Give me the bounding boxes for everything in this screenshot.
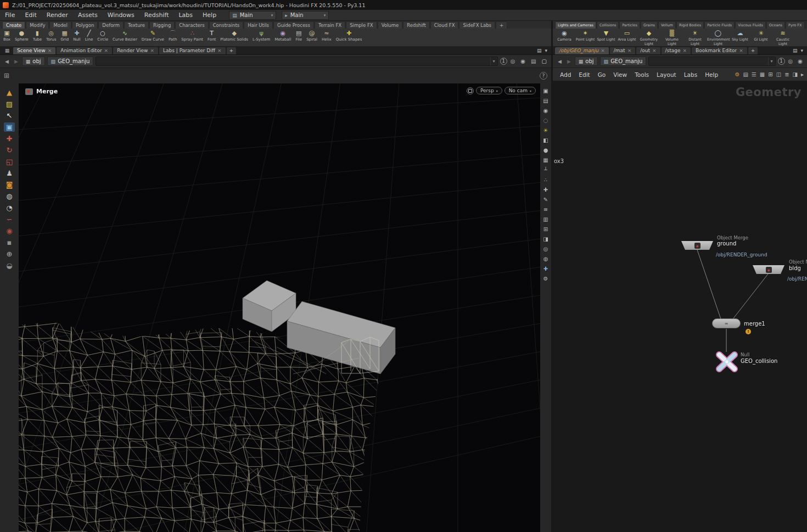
shelf-tab[interactable]: Terrain FX — [315, 21, 345, 29]
tool-torus[interactable]: ◎ Torus — [44, 30, 58, 42]
tool-spiral[interactable]: @ Spiral — [304, 30, 320, 42]
menu-item[interactable]: View — [609, 71, 631, 78]
menu-item[interactable]: Labs — [680, 71, 701, 78]
pane-tab[interactable]: + — [227, 47, 237, 54]
menu-item[interactable]: Layout — [653, 71, 680, 78]
back-button[interactable] — [556, 59, 563, 64]
mirror-icon[interactable]: ◨ — [541, 235, 550, 243]
menu-item[interactable]: Help — [701, 71, 722, 78]
display-settings-icon[interactable]: ⚙ — [541, 275, 550, 282]
shelf-tab[interactable]: Rigid Bodies — [676, 21, 704, 29]
snap-tool-icon[interactable]: ⊕ — [4, 249, 15, 259]
tool-tube[interactable]: ▮ Tube — [31, 30, 44, 42]
shelf-tab[interactable]: Create — [2, 21, 25, 29]
viewport-layout-grid-icon[interactable] — [4, 72, 9, 80]
node-bldg-body[interactable]: ◆ — [753, 265, 784, 274]
menu-item[interactable]: Help — [198, 10, 221, 21]
pane-tab[interactable]: /out — [636, 47, 660, 54]
menu-item[interactable]: Render — [42, 10, 73, 21]
measure-tool-icon[interactable]: ◒ — [4, 261, 15, 270]
node-name-label[interactable]: ground — [717, 240, 736, 247]
tool-geometry-light[interactable]: ◆ Geometry Light — [637, 30, 660, 46]
node-merge1[interactable]: ≡ — [712, 318, 741, 328]
points-icon[interactable]: ∴ — [541, 176, 550, 183]
headlight-icon[interactable]: ☀ — [541, 126, 550, 134]
shelf-tab[interactable]: Cloud FX — [430, 21, 459, 29]
tool-curve-bezier[interactable]: ∿ Curve Bezier — [110, 30, 139, 42]
menu-item[interactable]: Tools — [631, 71, 653, 78]
tree-view-icon[interactable]: ☰ — [752, 71, 756, 77]
help-icon[interactable] — [540, 72, 547, 80]
tool-helix[interactable]: ≈ Helix — [320, 30, 334, 42]
shelf-tab[interactable]: Particle Fluids — [704, 21, 735, 29]
tool-circle[interactable]: ○ Circle — [95, 30, 110, 42]
scene-viewport[interactable]: Merge Persp No cam — [19, 83, 540, 532]
parameters-icon[interactable]: ▤ — [743, 71, 748, 77]
persp-button[interactable]: Persp — [476, 87, 502, 94]
chevron-down-icon[interactable] — [768, 57, 775, 65]
tool-line[interactable]: ╱ Line — [83, 30, 96, 42]
node-name-label[interactable]: merge1 — [744, 321, 765, 327]
shelf-tab[interactable]: Pyro FX — [786, 21, 805, 29]
view-tool-icon[interactable]: ▲ — [4, 88, 15, 97]
close-icon[interactable] — [739, 48, 743, 53]
handles-icon[interactable]: ✚ — [541, 186, 550, 193]
tool-area-light[interactable]: ▭ Area Light — [617, 30, 637, 42]
path-node-chip[interactable]: ▧ GEO_manju — [600, 57, 647, 66]
normals-icon[interactable]: ┴ — [541, 166, 550, 173]
shelf-tab[interactable]: SideFX Labs — [459, 21, 495, 29]
shelf-tab[interactable]: Rigging — [149, 21, 175, 29]
no-cam-button[interactable]: No cam — [505, 87, 536, 94]
grid-display-icon[interactable]: ⊞ — [541, 225, 550, 233]
back-button[interactable] — [3, 59, 10, 64]
pane-tab[interactable]: + — [748, 47, 758, 54]
tool-platonic-solids[interactable]: ◆ Platonic Solids — [218, 30, 250, 42]
chevron-down-icon[interactable] — [490, 57, 497, 65]
shelf-set-selector[interactable]: ▸ Main — [282, 11, 329, 20]
warning-badge-icon[interactable] — [746, 329, 751, 334]
tool-l-system[interactable]: ψ L-System — [250, 30, 272, 42]
snap-display-icon[interactable]: ✚ — [541, 265, 550, 272]
align-nodes-icon[interactable]: ⊞ — [768, 71, 772, 77]
close-icon[interactable] — [601, 48, 605, 53]
collapse-panel-icon[interactable]: ▸ — [801, 71, 804, 77]
display-options-icon[interactable]: ▢ — [541, 58, 548, 64]
shelf-tab[interactable]: Texture — [124, 21, 149, 29]
shelf-tab[interactable]: Particles — [619, 21, 640, 29]
memory-icon[interactable]: ▤ — [541, 97, 550, 104]
menu-item[interactable]: Windows — [103, 10, 139, 21]
pane-tab[interactable]: Labs | Parameter Diff — [159, 47, 226, 54]
path-combo[interactable] — [96, 57, 497, 66]
shelf-tab[interactable]: Model — [49, 21, 71, 29]
tool-volume-light[interactable]: ▒ Volume Light — [660, 30, 683, 46]
view-pivot-icon[interactable]: ◔ — [4, 203, 15, 212]
tool-environment-light[interactable]: ◯ Environment Light — [707, 30, 730, 46]
shelf-tab[interactable]: Hair Utils — [244, 21, 273, 29]
pane-split-icon[interactable]: ▤ — [535, 48, 543, 53]
pane-split-icon[interactable]: ▤ — [791, 48, 799, 53]
close-icon[interactable] — [627, 48, 632, 53]
close-icon[interactable] — [150, 48, 154, 53]
tool-grid[interactable]: ▦ Grid — [58, 30, 71, 42]
path-root-chip[interactable]: ▦ obj — [22, 57, 45, 66]
forward-button[interactable] — [13, 59, 20, 64]
shelf-tab[interactable]: Grains — [641, 21, 658, 29]
pane-tab[interactable]: Bookmark Editor — [692, 47, 747, 54]
path-root-chip[interactable]: ▦ obj — [575, 57, 598, 66]
close-icon[interactable] — [48, 48, 52, 53]
menu-item[interactable]: Go — [594, 71, 610, 78]
shelf-tab[interactable]: Guide Process — [273, 21, 314, 29]
close-icon[interactable] — [217, 48, 222, 53]
close-icon[interactable] — [104, 48, 109, 53]
tool-spot-light[interactable]: ▼ Spot Light — [596, 30, 617, 42]
pane-tab[interactable]: /stage — [662, 47, 691, 54]
node-ground[interactable]: ◆ — [681, 241, 713, 250]
customize-tools-icon[interactable]: ⚙ — [735, 71, 739, 77]
gallery-icon[interactable]: ◨ — [793, 71, 798, 77]
menu-item[interactable]: Edit — [575, 71, 593, 78]
snapshot-icon[interactable]: ▣ — [541, 87, 550, 94]
node-bldg[interactable]: ◆ — [753, 265, 784, 274]
tool-file[interactable]: ▤ File — [293, 30, 304, 42]
node-geo-collision[interactable] — [715, 351, 738, 374]
path-node-chip[interactable]: ▧ GEO_manju — [47, 57, 94, 66]
